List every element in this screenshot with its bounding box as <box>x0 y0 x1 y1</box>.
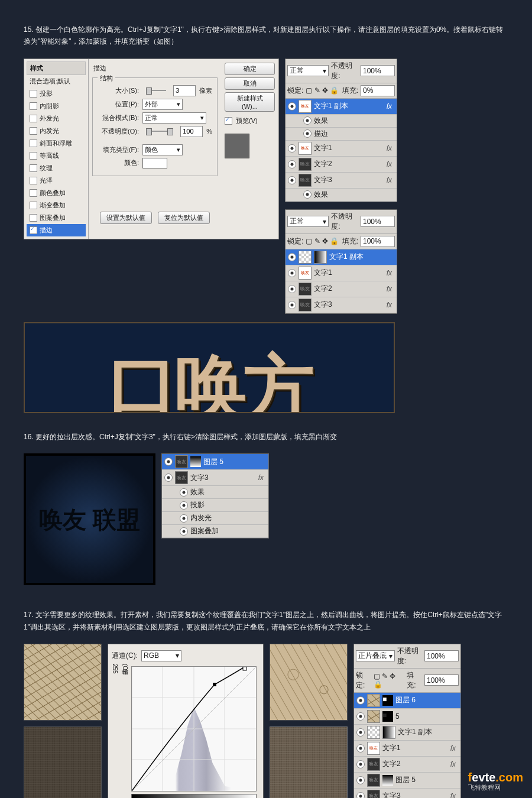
texture-rough-2 <box>270 726 348 798</box>
fill-type-dropdown[interactable]: 颜色▾ <box>142 144 183 155</box>
position-dropdown[interactable]: 外部▾ <box>142 99 183 110</box>
cancel-button[interactable]: 取消 <box>225 77 275 90</box>
fx-row[interactable]: 投影 <box>162 499 268 512</box>
fx-row[interactable]: 内发光 <box>162 512 268 525</box>
layer-row[interactable]: ■5 <box>354 709 460 725</box>
layers-panel-3: 唤友图层 5 唤友文字3fx 效果 投影 内发光 图案叠加 <box>161 453 269 539</box>
gradient-overlay-opt[interactable]: 渐变叠加 <box>27 199 86 212</box>
pattern-overlay-opt[interactable]: 图案叠加 <box>27 212 86 224</box>
layer-row[interactable]: 唤友文字1fx <box>286 265 397 281</box>
eye-icon[interactable] <box>288 102 296 111</box>
blend-mode-select[interactable]: 正常▾ <box>287 65 329 76</box>
layers-panel-1: 正常▾不透明度:100% 锁定:▢ ✎ ✥ 🔒填充:0% 唤友文字1 副本fx … <box>285 59 397 202</box>
layer-row[interactable]: 文字1 副本 <box>354 725 460 741</box>
preview-swatch <box>225 134 249 158</box>
layer-row[interactable]: 唤友文字3fx <box>354 789 460 798</box>
blend-mode-select[interactable]: 正片叠底▾ <box>356 650 395 661</box>
layer-row[interactable]: 唤友文字1fx <box>286 141 397 157</box>
layer-row[interactable]: 唤友图层 5 <box>162 454 268 470</box>
size-input[interactable] <box>173 85 196 96</box>
inner-shadow-opt[interactable]: 内阴影 <box>27 100 86 112</box>
inner-glow-opt[interactable]: 内发光 <box>27 125 86 137</box>
step-16-text: 16. 更好的拉出层次感。Ctrl+J复制"文字3"，执行右键>清除图层样式，添… <box>24 431 508 443</box>
fx-row[interactable]: 图案叠加 <box>162 525 268 538</box>
layer-row[interactable]: 唤友文字3fx <box>162 470 268 486</box>
opacity-input[interactable] <box>180 126 203 137</box>
color-overlay-opt[interactable]: 颜色叠加 <box>27 187 86 199</box>
satin-opt[interactable]: 光泽 <box>27 174 86 187</box>
stroke-opt[interactable]: 描边 <box>27 224 86 236</box>
ok-button[interactable]: 确定 <box>225 63 275 75</box>
styles-header: 样式 <box>27 61 86 75</box>
structure-legend: 结构 <box>98 74 115 83</box>
opacity-field[interactable]: 100% <box>361 65 395 76</box>
texture-crack-1 <box>24 644 102 721</box>
blend-mode-dropdown[interactable]: 正常▾ <box>142 112 206 124</box>
drop-shadow-opt[interactable]: 投影 <box>27 87 86 100</box>
layer-row[interactable]: ■图层 6 <box>354 693 460 709</box>
layer-style-dialog: 样式 混合选项:默认 投影 内阴影 外发光 内发光 斜面和浮雕 等高线 纹理 光… <box>24 59 279 239</box>
layer-row[interactable]: 唤友文字3fx <box>286 297 397 313</box>
step-15-text: 15. 创建一个白色轮廓作为高光。Ctrl+J复制"文字1"，执行右键>清除图层… <box>24 24 508 48</box>
new-style-button[interactable]: 新建样式(W)... <box>225 92 275 112</box>
color-swatch[interactable] <box>142 158 167 168</box>
layer-row[interactable]: 唤友文字3fx <box>286 173 397 189</box>
layer-row[interactable]: 唤友文字2fx <box>354 757 460 773</box>
contour-opt[interactable]: 等高线 <box>27 150 86 162</box>
fx-stroke-row[interactable]: 描边 <box>286 128 397 141</box>
site-logo: fevte.com飞特教程网 <box>468 771 523 792</box>
texture-crack-2 <box>270 644 348 721</box>
curves-panel: 通道(C):RGB▾ 输出(O):255 ✦ ✎输入(I):232✎ ✎ ✎显示… <box>108 644 264 798</box>
text-effect-preview: 口唤方 <box>24 322 395 413</box>
stroke-title: 描边 <box>93 64 106 72</box>
layer-row[interactable]: 唤友文字2fx <box>286 281 397 297</box>
lock-icons[interactable]: ▢ ✎ ✥ 🔒 <box>306 86 339 95</box>
size-slider[interactable] <box>146 90 166 91</box>
preview-checkbox[interactable]: 预览(V) <box>236 116 258 125</box>
texture-opt[interactable]: 纹理 <box>27 162 86 174</box>
preview-image: 唤友 联盟 <box>24 453 155 585</box>
fill-field[interactable]: 0% <box>361 85 395 96</box>
outer-glow-opt[interactable]: 外发光 <box>27 112 86 125</box>
reset-default-button[interactable]: 复位为默认值 <box>158 212 210 224</box>
layers-panel-2: 正常▾不透明度:100% 锁定:▢ ✎ ✥ 🔒填充:100% 文字1 副本 唤友… <box>285 209 397 314</box>
texture-rough-1 <box>24 726 102 798</box>
curve-graph[interactable] <box>131 666 257 791</box>
layer-row[interactable]: 唤友文字1fx <box>354 741 460 757</box>
svg-rect-9 <box>243 667 246 670</box>
layers-panel-4: 正片叠底▾不透明度:100% 锁定:▢ ✎ ✥ 🔒填充:100% ■图层 6 ■… <box>353 644 461 798</box>
step-17-text: 17. 文字需要更多的纹理效果。打开素材，我们需要复制这个纹理覆盖在我们"文字1… <box>24 609 508 633</box>
fx-row[interactable]: 效果 <box>162 486 268 499</box>
fx-row[interactable]: 效果 <box>286 189 397 202</box>
layer-row[interactable]: 唤友文字1 副本fx <box>286 99 397 115</box>
channel-dropdown[interactable]: RGB▾ <box>141 650 181 661</box>
opacity-slider[interactable] <box>146 131 173 132</box>
bevel-opt[interactable]: 斜面和浮雕 <box>27 137 86 150</box>
layer-row[interactable]: 文字1 副本 <box>286 249 397 265</box>
fx-row[interactable]: 效果 <box>286 115 397 128</box>
svg-rect-8 <box>213 683 216 686</box>
layer-row[interactable]: 唤友文字2fx <box>286 157 397 173</box>
blend-mode-select[interactable]: 正常▾ <box>287 216 329 227</box>
layer-row[interactable]: 唤友图层 5 <box>354 773 460 789</box>
blend-options[interactable]: 混合选项:默认 <box>27 75 86 87</box>
set-default-button[interactable]: 设置为默认值 <box>100 212 152 224</box>
